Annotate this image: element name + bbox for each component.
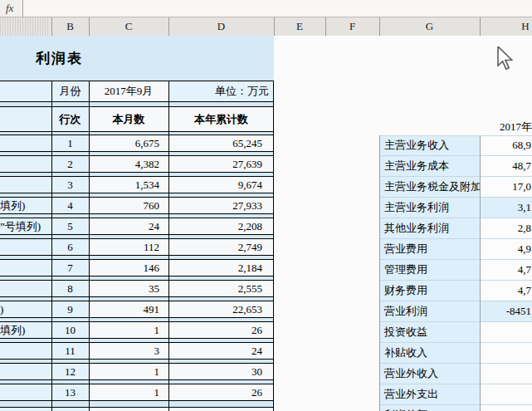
row-line-no-cell[interactable]: 3 (51, 177, 89, 193)
account-label-cell[interactable]: 主营业务利润 (379, 198, 480, 218)
row-label-tail-cell[interactable] (0, 239, 51, 255)
column-header-0[interactable]: B (51, 17, 89, 36)
account-label-cell[interactable]: 营业费用 (379, 239, 480, 259)
account-value-cell[interactable] (480, 322, 532, 342)
row-line-no-cell[interactable]: 8 (51, 281, 89, 296)
row-month-value-cell[interactable]: 112 (89, 239, 168, 255)
row-month-value-cell[interactable]: 6,675 (89, 135, 168, 151)
month-value-cell[interactable]: 2017年9月 (89, 81, 168, 101)
header-a-cell[interactable] (0, 107, 51, 131)
row-month-value-cell[interactable]: 760 (89, 198, 168, 213)
header-line-no[interactable]: 行次 (51, 107, 89, 131)
row-line-no-cell[interactable]: 9 (51, 301, 89, 317)
account-label-cell[interactable]: 主营业务成本 (379, 156, 480, 176)
row-ytd-value-cell[interactable]: 65,245 (168, 135, 274, 151)
account-value-cell[interactable] (480, 343, 532, 363)
account-value-cell[interactable]: 2,8 (480, 218, 532, 238)
month-row-a-cell[interactable] (0, 81, 51, 101)
row-ytd-value-cell[interactable]: 2,208 (168, 218, 274, 234)
row-ytd-value-cell[interactable]: 26 (168, 384, 274, 400)
row-label-tail-cell[interactable] (0, 177, 51, 193)
account-value-cell[interactable]: 4,9 (480, 239, 532, 259)
unit-label-cell[interactable]: 单位：万元 (168, 81, 274, 101)
row-line-no-cell[interactable]: 5 (51, 218, 89, 234)
account-label-cell[interactable]: 主营业务收入 (379, 135, 480, 155)
row-label-tail-cell[interactable] (0, 384, 51, 400)
row-label-tail-cell[interactable] (0, 260, 51, 276)
partial-a-cell[interactable] (0, 408, 51, 411)
row-line-no-cell[interactable]: 10 (51, 322, 89, 338)
account-label-cell[interactable]: 投资收益 (379, 322, 480, 342)
row-line-no-cell[interactable]: 2 (51, 156, 89, 172)
row-line-no-cell[interactable]: 13 (51, 384, 89, 400)
row-ytd-value-cell[interactable]: 27,639 (168, 156, 274, 172)
row-line-no-cell[interactable]: 4 (51, 198, 89, 213)
row-label-tail-cell[interactable]: ”号填列) (0, 218, 51, 234)
partial-d-cell[interactable] (168, 408, 274, 411)
row-ytd-value-cell[interactable]: 30 (168, 364, 274, 379)
row-month-value-cell[interactable]: 491 (89, 301, 168, 317)
account-label-cell[interactable]: 营业外支出 (379, 384, 480, 404)
row-line-no-cell[interactable]: 7 (51, 260, 89, 276)
account-value-cell[interactable]: 48,7 (480, 156, 532, 176)
row-line-no-cell[interactable]: 1 (51, 135, 89, 151)
row-month-value-cell[interactable]: 1,534 (89, 177, 168, 193)
year-label[interactable]: 2017年 (465, 120, 532, 134)
row-month-value-cell[interactable]: 1 (89, 384, 168, 400)
formula-input[interactable] (23, 0, 532, 17)
row-ytd-value-cell[interactable]: 2,749 (168, 239, 274, 255)
account-value-cell[interactable]: 68,9 (480, 135, 532, 155)
account-value-cell[interactable]: 4,7 (480, 281, 532, 301)
column-a-partial-header[interactable] (0, 17, 48, 36)
column-header-4[interactable]: F (325, 17, 379, 36)
row-label-tail-cell[interactable]: 填列) (0, 322, 51, 338)
row-label-tail-cell[interactable] (0, 281, 51, 296)
row-label-tail-cell[interactable] (0, 135, 51, 151)
row-ytd-value-cell[interactable]: 2,184 (168, 260, 274, 276)
account-label-cell[interactable]: 营业利润 (379, 301, 480, 321)
row-line-no-cell[interactable]: 11 (51, 343, 89, 359)
row-month-value-cell[interactable]: 1 (89, 364, 168, 379)
account-label-cell[interactable]: 主营业务税金及附加 (379, 177, 480, 197)
row-ytd-value-cell[interactable]: 24 (168, 343, 274, 359)
month-label-cell[interactable]: 月份 (51, 81, 89, 101)
account-value-cell[interactable]: 17,0 (480, 177, 532, 197)
account-value-cell[interactable] (480, 364, 532, 384)
partial-c-cell[interactable] (89, 408, 168, 411)
account-value-cell[interactable]: 3,1 (480, 198, 532, 218)
fx-icon[interactable]: fx (6, 1, 21, 16)
row-ytd-value-cell[interactable]: 26 (168, 322, 274, 338)
account-value-cell[interactable]: 4,7 (480, 260, 532, 280)
column-header-3[interactable]: E (274, 17, 325, 36)
row-label-tail-cell[interactable]: 填列) (0, 198, 51, 213)
row-label-tail-cell[interactable]: ) (0, 301, 51, 317)
column-header-2[interactable]: D (168, 17, 274, 36)
account-label-cell[interactable]: 营业外收入 (379, 364, 480, 384)
row-line-no-cell[interactable]: 6 (51, 239, 89, 255)
row-month-value-cell[interactable]: 24 (89, 218, 168, 234)
column-header-1[interactable]: C (89, 17, 168, 36)
row-month-value-cell[interactable]: 3 (89, 343, 168, 359)
row-ytd-value-cell[interactable]: 27,933 (168, 198, 274, 213)
account-value-cell[interactable] (480, 384, 532, 404)
header-month-amount[interactable]: 本月数 (89, 107, 168, 131)
row-ytd-value-cell[interactable]: 9,674 (168, 177, 274, 193)
sheet-title[interactable]: 利润表 (36, 49, 83, 68)
row-month-value-cell[interactable]: 4,382 (89, 156, 168, 172)
row-label-tail-cell[interactable] (0, 343, 51, 359)
column-header-6[interactable]: H (480, 17, 532, 36)
column-header-5[interactable]: G (379, 17, 480, 36)
partial-b-cell[interactable] (51, 408, 89, 411)
row-ytd-value-cell[interactable]: 22,653 (168, 301, 274, 317)
row-label-tail-cell[interactable] (0, 156, 51, 172)
row-month-value-cell[interactable]: 146 (89, 260, 168, 276)
row-line-no-cell[interactable]: 12 (51, 364, 89, 379)
account-value-cell[interactable] (480, 405, 532, 411)
row-label-tail-cell[interactable] (0, 364, 51, 379)
row-month-value-cell[interactable]: 35 (89, 281, 168, 296)
account-value-cell[interactable]: -8451 (480, 301, 532, 321)
account-label-cell[interactable]: 利润总额 (379, 405, 480, 411)
row-ytd-value-cell[interactable]: 2,555 (168, 281, 274, 296)
account-label-cell[interactable]: 财务费用 (379, 281, 480, 301)
header-ytd-amount[interactable]: 本年累计数 (168, 107, 274, 131)
